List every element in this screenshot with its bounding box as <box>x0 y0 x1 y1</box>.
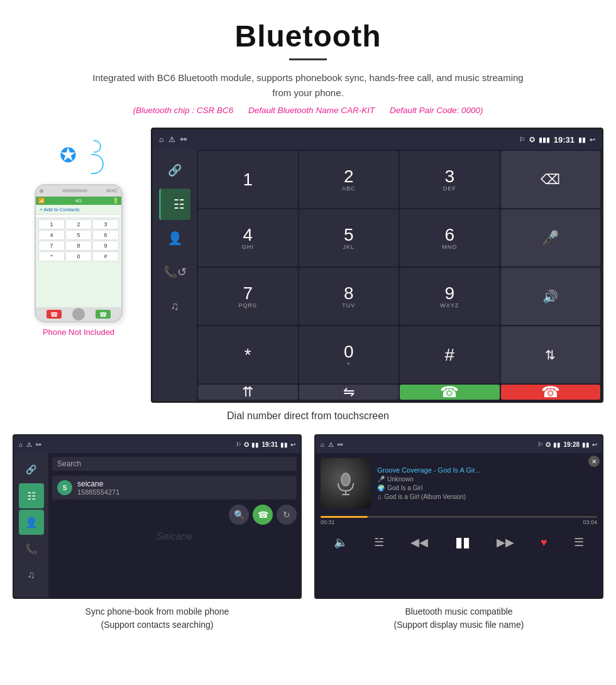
phone-key-hash[interactable]: # <box>92 251 119 261</box>
main-section: ✪ MXC 📶 4G 🔋 + Add to Contacts <box>0 121 616 403</box>
pb-search-btn[interactable]: 🔍 <box>229 505 249 525</box>
phonebook-caption-line2: (Support contacts searching) <box>101 620 214 630</box>
mu-playlist-btn[interactable]: ☰ <box>574 535 584 549</box>
dial-key-merge[interactable]: ⇈ <box>198 385 298 400</box>
phone-key-3[interactable]: 3 <box>92 219 119 229</box>
mu-status-bar: ⌂ ⚠ ⚯ ⚐ ✪ ▮▮ 19:28 ▮▮ ↩ <box>316 436 602 453</box>
mu-volume-btn[interactable]: 🔈 <box>334 535 348 549</box>
phonebook-screen: ⌂ ⚠ ⚯ ⚐ ✪ ▮▮ 19:31 ▮▮ ↩ 🔗 ☷ 👤 <box>13 434 302 599</box>
mu-next-btn[interactable]: ▶▶ <box>497 535 514 549</box>
wifi-icon: ▮▮▮ <box>539 136 550 144</box>
phone-key-star[interactable]: * <box>38 251 65 261</box>
bluetooth-icon: ✪ <box>60 143 77 167</box>
dial-key-8[interactable]: 8TUV <box>299 268 399 325</box>
mu-top: Groove Coverage - God Is A Gir... 🎤 Unkn… <box>316 453 602 513</box>
specs-row: (Bluetooth chip : CSR BC6 Default Blueto… <box>38 106 578 115</box>
mu-progress-bar: 00:31 03:04 <box>316 516 602 525</box>
svg-point-0 <box>341 473 350 486</box>
bluetooth-icon-area: ✪ <box>53 134 104 178</box>
dial-key-mute[interactable]: 🎤 <box>501 209 601 266</box>
name-label: Default Bluetooth Name CAR-KIT <box>248 106 375 115</box>
mu-equalizer-btn[interactable]: ☱ <box>374 535 384 549</box>
sidebar-music-icon[interactable]: ♫ <box>159 290 190 322</box>
dial-key-end[interactable]: ☎ <box>501 385 601 400</box>
sidebar-recents-icon[interactable]: 📞↺ <box>159 256 190 288</box>
dial-key-2[interactable]: 2ABC <box>299 151 399 208</box>
phone-key-0[interactable]: 0 <box>65 251 92 261</box>
mu-warn-icon: ⚠ <box>328 441 334 448</box>
pb-status-bar: ⌂ ⚠ ⚯ ⚐ ✪ ▮▮ 19:31 ▮▮ ↩ <box>14 436 300 453</box>
pb-sidebar-music[interactable]: ♫ <box>19 562 44 588</box>
dial-key-backspace[interactable]: ⌫ <box>501 151 601 208</box>
dial-key-hold[interactable]: ⇋ <box>299 385 399 400</box>
phone-end-btn[interactable]: ☎ <box>47 310 62 319</box>
pb-call-btn[interactable]: ☎ <box>253 505 273 525</box>
pb-search-bar[interactable]: Search <box>52 457 297 471</box>
pb-sidebar-dial[interactable]: ☷ <box>19 483 44 508</box>
pb-content: Search S seicane 15885554271 🔍 <box>48 453 300 598</box>
mu-times: 00:31 03:04 <box>321 519 597 525</box>
home-icon: ⌂ <box>159 135 163 144</box>
sidebar-contacts-icon[interactable]: 👤 <box>159 222 190 254</box>
phone-call-btn[interactable]: ☎ <box>96 310 111 319</box>
mu-bt-icon: ✪ <box>546 441 551 448</box>
page-description: Integrated with BC6 Bluetooth module, su… <box>88 70 528 101</box>
dial-key-4[interactable]: 4GHI <box>198 209 298 266</box>
dial-key-volume[interactable]: 🔊 <box>501 268 601 325</box>
pb-contact-name: seicane <box>77 480 119 488</box>
phone-home-btn[interactable] <box>72 308 85 321</box>
phone-key-1[interactable]: 1 <box>38 219 65 229</box>
mu-favorite-btn[interactable]: ♥ <box>541 536 547 549</box>
dial-key-call[interactable]: ☎ <box>400 385 500 400</box>
dial-key-star[interactable]: * <box>198 326 298 383</box>
mu-close-btn[interactable]: ✕ <box>588 456 600 467</box>
phone-key-5[interactable]: 5 <box>65 230 92 240</box>
pb-loc-icon: ⚐ <box>236 441 241 448</box>
phone-aside: ✪ MXC 📶 4G 🔋 + Add to Contacts <box>13 128 145 337</box>
dialer-sidebar: 🔗 ☷ 👤 📞↺ ♫ <box>153 150 197 401</box>
battery-icon: ▮▮ <box>578 136 586 144</box>
dial-key-9[interactable]: 9WXYZ <box>400 268 500 325</box>
pb-time: 19:31 <box>261 441 278 448</box>
pb-btn-row: 🔍 ☎ ↻ <box>48 501 300 529</box>
mu-wifi-icon: ▮▮ <box>553 441 561 448</box>
dial-key-7[interactable]: 7PQRS <box>198 268 298 325</box>
sidebar-dialpad-icon[interactable]: ☷ <box>159 189 190 220</box>
pb-status-left: ⌂ ⚠ ⚯ <box>19 441 41 448</box>
page-title: Bluetooth <box>38 19 578 53</box>
dial-key-1[interactable]: 1 <box>198 151 298 208</box>
mu-progress-track[interactable] <box>321 516 597 518</box>
camera-dot <box>40 189 43 193</box>
phone-key-8[interactable]: 8 <box>65 241 92 251</box>
dial-key-0[interactable]: 0+ <box>299 326 399 383</box>
pb-sidebar: 🔗 ☷ 👤 📞 ♫ <box>14 453 48 598</box>
pb-contact-row[interactable]: S seicane 15885554271 <box>52 476 297 500</box>
dial-key-hash[interactable]: # <box>400 326 500 383</box>
page-header: Bluetooth Integrated with BC6 Bluetooth … <box>0 0 616 121</box>
warning-icon: ⚠ <box>168 135 175 144</box>
mu-progress-fill <box>321 516 368 518</box>
pb-sidebar-recents[interactable]: 📞 <box>19 536 44 561</box>
mu-play-btn[interactable]: ▮▮ <box>455 534 470 551</box>
status-left: ⌂ ⚠ ⚯ <box>159 135 187 144</box>
mu-time: 19:28 <box>563 441 580 448</box>
pb-status-right: ⚐ ✪ ▮▮ 19:31 ▮▮ ↩ <box>236 441 295 448</box>
phone-key-9[interactable]: 9 <box>92 241 119 251</box>
dial-key-5[interactable]: 5JKL <box>299 209 399 266</box>
phone-key-6[interactable]: 6 <box>92 230 119 240</box>
sidebar-link-icon[interactable]: 🔗 <box>159 155 190 186</box>
pb-sidebar-contacts[interactable]: 👤 <box>19 510 44 535</box>
phone-key-2[interactable]: 2 <box>65 219 92 229</box>
dial-key-3[interactable]: 3DEF <box>400 151 500 208</box>
pb-sidebar-link[interactable]: 🔗 <box>19 457 44 482</box>
phone-key-7[interactable]: 7 <box>38 241 65 251</box>
pb-refresh-btn[interactable]: ↻ <box>277 505 297 525</box>
phone-speaker <box>62 189 87 192</box>
phone-add-contacts: + Add to Contacts <box>36 205 121 215</box>
dial-key-6[interactable]: 6MNO <box>400 209 500 266</box>
mu-back-icon: ↩ <box>592 441 597 448</box>
phone-key-4[interactable]: 4 <box>38 230 65 240</box>
dial-key-swap[interactable]: ⇅ <box>501 326 601 383</box>
mu-status-right: ⚐ ✪ ▮▮ 19:28 ▮▮ ↩ <box>537 441 597 448</box>
mu-prev-btn[interactable]: ◀◀ <box>410 535 428 549</box>
